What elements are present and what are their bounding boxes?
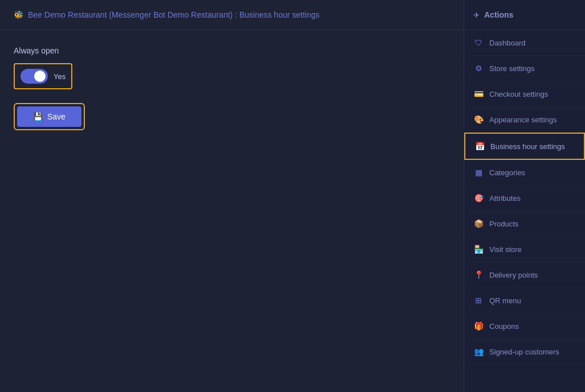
coupons-icon: 🎁 xyxy=(473,321,484,331)
sidebar-item-label: Attributes xyxy=(489,194,521,203)
checkout-icon: 💳 xyxy=(473,89,484,98)
sidebar-item-label: Signed-up customers xyxy=(489,348,559,356)
sidebar-item-label: Checkout settings xyxy=(489,90,548,98)
sidebar-item-label: Visit store xyxy=(489,245,522,254)
sidebar-item-business-hour-settings[interactable]: 📅 Business hour settings xyxy=(464,133,585,160)
store-settings-icon: ⚙ xyxy=(473,64,484,73)
toggle-thumb xyxy=(34,71,46,82)
sidebar: ✈ Actions 🛡 Dashboard ⚙ Store settings 💳… xyxy=(464,0,585,392)
products-icon: 📦 xyxy=(473,219,484,228)
always-open-label: Always open xyxy=(14,46,450,55)
sidebar-item-visit-store[interactable]: 🏪 Visit store xyxy=(464,237,585,262)
categories-icon: ▦ xyxy=(473,168,484,177)
appearance-icon: 🎨 xyxy=(473,115,484,124)
sidebar-item-label: Categories xyxy=(489,168,525,177)
save-button-wrapper: 💾 Save xyxy=(14,103,85,130)
delivery-icon: 📍 xyxy=(473,270,484,279)
sidebar-item-dashboard[interactable]: 🛡 Dashboard xyxy=(464,30,585,56)
sidebar-item-label: Store settings xyxy=(489,64,535,73)
sidebar-item-label: QR menu xyxy=(489,296,521,305)
sidebar-item-products[interactable]: 📦 Products xyxy=(464,211,585,237)
save-label: Save xyxy=(47,112,66,121)
qr-menu-icon: ⊞ xyxy=(473,296,484,305)
sidebar-item-label: Appearance settings xyxy=(489,115,557,124)
sidebar-actions-header: ✈ Actions xyxy=(464,0,585,30)
sidebar-item-categories[interactable]: ▦ Categories xyxy=(464,160,585,185)
sidebar-item-delivery-points[interactable]: 📍 Delivery points xyxy=(464,262,585,288)
save-icon: 💾 xyxy=(33,112,43,121)
breadcrumb-text: Bee Demo Restaurant (Messenger Bot Demo … xyxy=(28,10,320,19)
sidebar-item-label: Coupons xyxy=(489,322,519,331)
main-content: 🐝 Bee Demo Restaurant (Messenger Bot Dem… xyxy=(0,0,464,392)
actions-label: Actions xyxy=(484,10,513,19)
toggle-track xyxy=(21,69,48,84)
toggle-yes-label: Yes xyxy=(54,72,66,81)
always-open-toggle[interactable] xyxy=(21,69,48,84)
attributes-icon: 🎯 xyxy=(473,193,484,203)
page-header: 🐝 Bee Demo Restaurant (Messenger Bot Dem… xyxy=(0,0,464,30)
content-body: Always open Yes 💾 Save xyxy=(0,30,464,392)
breadcrumb: 🐝 Bee Demo Restaurant (Messenger Bot Dem… xyxy=(14,10,450,19)
save-button[interactable]: 💾 Save xyxy=(17,106,81,127)
sidebar-item-label: Business hour settings xyxy=(490,142,565,151)
sidebar-item-store-settings[interactable]: ⚙ Store settings xyxy=(464,56,585,81)
sidebar-item-label: Products xyxy=(489,220,518,228)
sidebar-item-label: Delivery points xyxy=(489,271,538,279)
sidebar-item-qr-menu[interactable]: ⊞ QR menu xyxy=(464,288,585,313)
sidebar-item-attributes[interactable]: 🎯 Attributes xyxy=(464,185,585,211)
sidebar-item-coupons[interactable]: 🎁 Coupons xyxy=(464,313,585,339)
sidebar-item-label: Dashboard xyxy=(489,39,526,47)
visit-store-icon: 🏪 xyxy=(473,245,484,254)
sidebar-item-signed-up-customers[interactable]: 👥 Signed-up customers xyxy=(464,339,585,365)
dashboard-icon: 🛡 xyxy=(473,38,484,47)
toggle-wrapper: Yes xyxy=(14,63,72,89)
breadcrumb-icon: 🐝 xyxy=(14,10,23,19)
sidebar-nav: 🛡 Dashboard ⚙ Store settings 💳 Checkout … xyxy=(464,30,585,365)
customers-icon: 👥 xyxy=(473,347,484,356)
sidebar-item-appearance-settings[interactable]: 🎨 Appearance settings xyxy=(464,107,585,133)
sidebar-item-checkout-settings[interactable]: 💳 Checkout settings xyxy=(464,81,585,107)
business-hour-icon: 📅 xyxy=(474,142,485,151)
actions-icon: ✈ xyxy=(473,11,480,19)
